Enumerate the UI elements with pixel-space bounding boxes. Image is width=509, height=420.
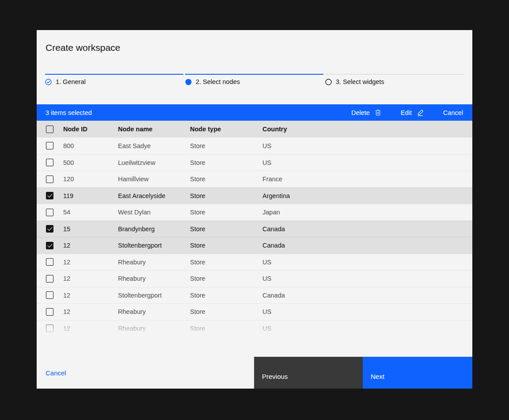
cell-node-type: Store xyxy=(190,308,262,315)
row-checkbox-cell xyxy=(37,242,63,249)
row-checkbox[interactable] xyxy=(46,275,53,283)
row-checkbox-cell xyxy=(37,142,63,149)
progress-step-label: 2. Select nodes xyxy=(196,78,240,85)
batch-cancel-button[interactable]: Cancel xyxy=(443,109,463,116)
column-header-country[interactable]: Country xyxy=(262,126,472,133)
nodes-table: Node ID Node name Node type Country 800 … xyxy=(37,121,472,336)
row-checkbox-cell xyxy=(37,159,63,166)
batch-actions: Delete Edit Cancel xyxy=(351,109,463,116)
cell-node-id: 12 xyxy=(63,308,118,315)
cell-country: Canada xyxy=(262,225,472,233)
cell-node-id: 12 xyxy=(63,292,118,299)
modal-footer: Cancel Previous Next xyxy=(37,357,472,389)
row-checkbox[interactable] xyxy=(46,325,53,332)
outline-circle-icon xyxy=(325,79,332,85)
cell-node-id: 119 xyxy=(63,192,118,199)
checkmark-outline-icon xyxy=(45,79,52,85)
column-header-node-id[interactable]: Node ID xyxy=(63,126,118,133)
row-checkbox[interactable] xyxy=(46,225,53,233)
table-row: 12 Rheabury Store US xyxy=(37,320,472,337)
cell-node-name: Rheabury xyxy=(118,259,190,266)
modal-header: Create workspace xyxy=(37,30,472,54)
row-checkbox-cell xyxy=(37,176,63,183)
table-row: 54 West Dylan Store Japan xyxy=(37,204,472,221)
progress-step-label: 1. General xyxy=(56,78,86,85)
cell-country: US xyxy=(262,259,472,266)
column-header-node-name[interactable]: Node name xyxy=(118,126,190,133)
row-checkbox-cell xyxy=(37,291,63,299)
row-checkbox[interactable] xyxy=(46,159,53,166)
cell-node-name: Lueilwitzview xyxy=(118,159,190,166)
column-header-node-type[interactable]: Node type xyxy=(190,126,262,133)
batch-action-bar: 3 items selected Delete Edit Cancel xyxy=(37,104,472,121)
row-checkbox[interactable] xyxy=(46,258,53,266)
row-checkbox[interactable] xyxy=(46,192,53,199)
progress-step-select-nodes[interactable]: 2. Select nodes xyxy=(185,74,323,85)
cell-node-name: Rheabury xyxy=(118,325,190,332)
previous-button[interactable]: Previous xyxy=(254,357,363,389)
progress-step-select-widgets[interactable]: 3. Select widgets xyxy=(325,74,463,85)
table-row: 15 Brandynberg Store Canada xyxy=(37,221,472,237)
cell-node-name: Stoltenbergport xyxy=(118,242,190,249)
row-checkbox[interactable] xyxy=(46,176,53,183)
cell-node-id: 12 xyxy=(63,275,118,282)
cell-node-type: Store xyxy=(190,176,262,183)
table-row: 12 Rheabury Store US xyxy=(37,303,472,320)
table-header-row: Node ID Node name Node type Country xyxy=(37,121,472,137)
progress-step-general[interactable]: 1. General xyxy=(45,74,183,85)
row-checkbox-cell xyxy=(37,209,63,216)
edit-icon xyxy=(417,109,424,116)
select-all-checkbox[interactable] xyxy=(46,126,53,133)
row-checkbox[interactable] xyxy=(46,142,53,149)
cell-node-name: Rheabury xyxy=(118,275,190,282)
table-row: 12 Rheabury Store US xyxy=(37,270,472,287)
cell-node-type: Store xyxy=(190,159,262,166)
cell-node-name: West Dylan xyxy=(118,209,190,216)
cell-country: Argentina xyxy=(262,192,472,199)
row-checkbox[interactable] xyxy=(46,209,53,216)
trash-icon xyxy=(375,109,381,116)
edit-button[interactable]: Edit xyxy=(401,109,424,116)
cell-node-name: Rheabury xyxy=(118,308,190,315)
row-checkbox[interactable] xyxy=(46,308,53,316)
cell-node-type: Store xyxy=(190,275,262,282)
delete-button[interactable]: Delete xyxy=(351,109,381,116)
row-checkbox[interactable] xyxy=(46,242,53,249)
cell-node-type: Store xyxy=(190,325,262,332)
cell-node-type: Store xyxy=(190,225,262,233)
table-row: 500 Lueilwitzview Store US xyxy=(37,154,472,171)
table-row: 119 East Aracelyside Store Argentina xyxy=(37,187,472,204)
cell-node-id: 54 xyxy=(63,209,118,216)
row-checkbox-cell xyxy=(37,325,63,332)
next-button[interactable]: Next xyxy=(363,357,472,389)
row-checkbox-cell xyxy=(37,258,63,266)
cell-country: US xyxy=(262,159,472,166)
cell-node-type: Store xyxy=(190,292,262,299)
cancel-link[interactable]: Cancel xyxy=(46,369,254,377)
cell-country: US xyxy=(262,275,472,282)
cell-node-id: 12 xyxy=(63,325,118,332)
progress-step-label: 3. Select widgets xyxy=(336,78,384,85)
cell-node-type: Store xyxy=(190,259,262,266)
table-row: 120 Hamillview Store France xyxy=(37,171,472,187)
cell-node-id: 15 xyxy=(63,225,118,233)
row-checkbox[interactable] xyxy=(46,291,53,299)
cell-node-id: 800 xyxy=(63,142,118,149)
row-checkbox-cell xyxy=(37,275,63,283)
cell-node-type: Store xyxy=(190,192,262,199)
cell-country: Canada xyxy=(262,292,472,299)
cell-node-id: 120 xyxy=(63,176,118,183)
edit-button-label: Edit xyxy=(401,109,412,116)
table-body: 800 East Sadye Store US 500 Lueilwitzvie… xyxy=(37,137,472,336)
cell-country: France xyxy=(262,176,472,183)
row-checkbox-cell xyxy=(37,308,63,316)
progress-indicator: 1. General 2. Select nodes 3. Select wid… xyxy=(45,74,463,85)
table-row: 12 Stoltenbergport Store Canada xyxy=(37,237,472,254)
table-row: 800 East Sadye Store US xyxy=(37,137,472,154)
cell-node-name: East Aracelyside xyxy=(118,192,190,199)
cell-node-name: Hamillview xyxy=(118,176,190,183)
create-workspace-modal: Create workspace 1. General 2. Select no… xyxy=(37,30,472,389)
cell-node-id: 12 xyxy=(63,259,118,266)
cell-country: US xyxy=(262,325,472,332)
cell-country: US xyxy=(262,142,472,149)
